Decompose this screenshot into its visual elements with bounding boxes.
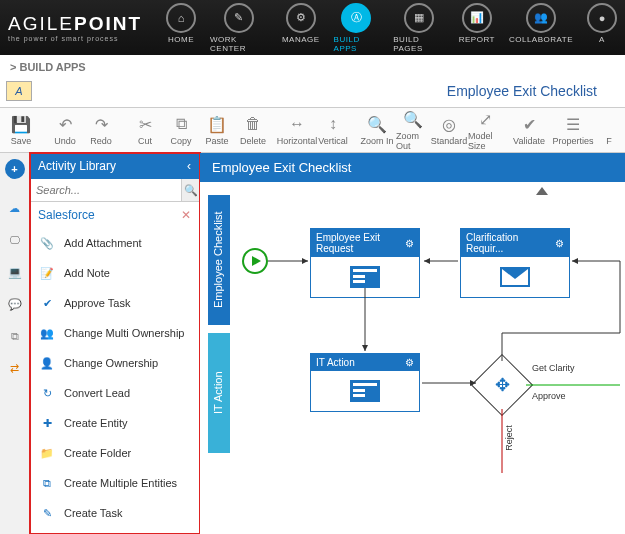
nav-collaborate[interactable]: 👥COLLABORATE — [509, 3, 573, 53]
library-header[interactable]: Activity Library ‹ — [30, 153, 199, 179]
nav-build-pages[interactable]: ▦BUILD PAGES — [393, 3, 444, 53]
gear-icon[interactable]: ⚙ — [405, 238, 414, 249]
nav-label: REPORT — [459, 35, 495, 44]
form-icon — [350, 266, 380, 288]
dock-laptop-icon[interactable]: 💻 — [4, 261, 26, 283]
toolbar-vertical[interactable]: ↕Vertical — [316, 110, 350, 150]
toolbar-label: Redo — [90, 136, 112, 146]
toolbar-delete[interactable]: 🗑Delete — [236, 110, 270, 150]
nav-label: BUILD PAGES — [393, 35, 444, 53]
dock-window-icon[interactable]: ⧉ — [4, 325, 26, 347]
nav-manage[interactable]: ⚙MANAGE — [282, 3, 320, 53]
dock-flow-icon[interactable]: ⇄ — [4, 357, 26, 379]
brand-tagline: the power of smart process — [8, 35, 142, 42]
library-item-create-folder[interactable]: 📁Create Folder — [30, 438, 199, 468]
library-item-approve-task[interactable]: ✔Approve Task — [30, 288, 199, 318]
toolbar-properties[interactable]: ☰Properties — [556, 110, 590, 150]
toolbar-undo[interactable]: ↶Undo — [48, 110, 82, 150]
left-dock: + ☁ 🖵 💻 💬 ⧉ ⇄ — [0, 153, 30, 534]
library-item-label: Create Entity — [64, 417, 128, 429]
dock-cloud-icon[interactable]: ☁ — [4, 197, 26, 219]
library-item-icon: ✚ — [38, 414, 56, 432]
library-item-icon: 📎 — [38, 234, 56, 252]
toolbar-redo[interactable]: ↷Redo — [84, 110, 118, 150]
toolbar-icon: ✔ — [523, 114, 536, 134]
toolbar-copy[interactable]: ⧉Copy — [164, 110, 198, 150]
nav-work-center[interactable]: ✎WORK CENTER — [210, 3, 268, 53]
gear-icon[interactable]: ⚙ — [555, 238, 564, 249]
brand-part1: AGILE — [8, 13, 74, 34]
toolbar-standard[interactable]: ◎Standard — [432, 110, 466, 150]
toolbar-label: Zoom Out — [396, 131, 430, 151]
library-item-create-entity[interactable]: ✚Create Entity — [30, 408, 199, 438]
collapse-icon[interactable]: ‹ — [187, 159, 191, 173]
toolbar-cut[interactable]: ✂Cut — [128, 110, 162, 150]
gateway-arrows-icon: ✥ — [487, 370, 517, 400]
collapse-ruler-icon[interactable] — [536, 187, 548, 195]
toolbar-f[interactable]: F — [592, 110, 625, 150]
nav-label: COLLABORATE — [509, 35, 573, 44]
node-clarification[interactable]: Clarification Requir...⚙ — [460, 228, 570, 298]
library-item-add-attachment[interactable]: 📎Add Attachment — [30, 228, 199, 258]
start-node[interactable] — [242, 248, 268, 274]
nav-label: HOME — [168, 35, 194, 44]
library-item-change-multi-ownership[interactable]: 👥Change Multi Ownership — [30, 318, 199, 348]
library-item-icon: 📝 — [38, 264, 56, 282]
library-item-add-note[interactable]: 📝Add Note — [30, 258, 199, 288]
app-tab[interactable]: A — [6, 81, 32, 101]
toolbar-icon: ↔ — [289, 114, 305, 134]
node-exit-request[interactable]: Employee Exit Request⚙ — [310, 228, 420, 298]
nav-icon: ▦ — [404, 3, 434, 33]
library-item-icon: 📁 — [38, 444, 56, 462]
toolbar-zoom-out[interactable]: 🔍Zoom Out — [396, 110, 430, 150]
library-item-icon: ✔ — [38, 294, 56, 312]
toolbar-label: Save — [11, 136, 32, 146]
toolbar-zoom-in[interactable]: 🔍Zoom In — [360, 110, 394, 150]
close-category-icon[interactable]: ✕ — [181, 208, 191, 222]
main-area: + ☁ 🖵 💻 💬 ⧉ ⇄ Activity Library ‹ 🔍 Sales… — [0, 153, 625, 534]
library-item-icon: 👥 — [38, 324, 56, 342]
library-item-change-ownership[interactable]: 👤Change Ownership — [30, 348, 199, 378]
toolbar-paste[interactable]: 📋Paste — [200, 110, 234, 150]
title-row: A Employee Exit Checklist — [0, 79, 625, 107]
process-canvas[interactable]: Employee Exit Checklist Employee Checkli… — [200, 153, 625, 534]
node-it-action[interactable]: IT Action⚙ — [310, 353, 420, 412]
nav-label: BUILD APPS — [334, 35, 380, 53]
toolbar-icon: ↷ — [95, 114, 108, 134]
nav-a[interactable]: ●A — [587, 3, 617, 53]
node-title: Employee Exit Request — [316, 232, 405, 254]
library-item-label: Add Attachment — [64, 237, 142, 249]
library-item-icon: ↻ — [38, 384, 56, 402]
toolbar-icon: 🔍 — [367, 114, 387, 134]
toolbar-icon: 🔍 — [403, 110, 423, 129]
search-input[interactable] — [30, 179, 181, 201]
nav-report[interactable]: 📊REPORT — [459, 3, 495, 53]
toolbar-icon: ↕ — [329, 114, 337, 134]
dock-screen-icon[interactable]: 🖵 — [4, 229, 26, 251]
toolbar-label: Paste — [205, 136, 228, 146]
gear-icon[interactable]: ⚙ — [405, 357, 414, 368]
library-item-create-task[interactable]: ✎Create Task — [30, 498, 199, 528]
toolbar-save[interactable]: 💾Save — [4, 110, 38, 150]
canvas-tab-header[interactable]: Employee Exit Checklist — [200, 153, 625, 182]
toolbar-validate[interactable]: ✔Validate — [512, 110, 546, 150]
library-item-label: Create Folder — [64, 447, 131, 459]
nav-build-apps[interactable]: ⒶBUILD APPS — [334, 3, 380, 53]
library-title: Activity Library — [38, 159, 116, 173]
toolbar-icon: 📋 — [207, 114, 227, 134]
toolbar-model-size[interactable]: ⤢Model Size — [468, 110, 502, 150]
library-item-convert-lead[interactable]: ↻Convert Lead — [30, 378, 199, 408]
toolbar-horizontal[interactable]: ↔Horizontal — [280, 110, 314, 150]
toolbar-icon: ✂ — [139, 114, 152, 134]
search-button[interactable]: 🔍 — [181, 179, 199, 201]
library-category[interactable]: Salesforce ✕ — [30, 202, 199, 228]
library-item-label: Convert Lead — [64, 387, 130, 399]
lane-it-action[interactable]: IT Action — [208, 333, 230, 453]
nav-home[interactable]: ⌂HOME — [166, 3, 196, 53]
lane-employee-checklist[interactable]: Employee Checklist — [208, 195, 230, 325]
library-item-create-multiple-entities[interactable]: ⧉Create Multiple Entities — [30, 468, 199, 498]
gateway-decision[interactable]: ✥ — [471, 354, 533, 416]
dock-chat-icon[interactable]: 💬 — [4, 293, 26, 315]
mail-icon — [500, 267, 530, 287]
add-button[interactable]: + — [5, 159, 25, 179]
